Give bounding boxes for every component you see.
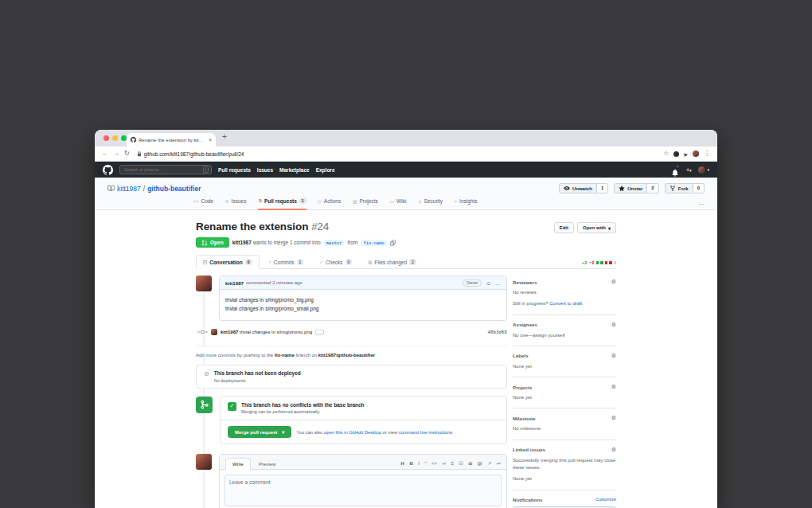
tab-issues[interactable]: ⊙Issues (225, 198, 246, 210)
comment-textarea[interactable] (224, 475, 502, 506)
italic-icon[interactable]: I (418, 461, 420, 466)
unstar-button[interactable]: Unstar (614, 183, 647, 193)
unwatch-button[interactable]: Unwatch (559, 183, 597, 193)
gear-icon[interactable]: ⚙ (611, 384, 616, 390)
base-branch-label[interactable]: master (324, 240, 345, 246)
nav-pull-requests[interactable]: Pull requests (218, 167, 251, 173)
repo-owner-link[interactable]: kitt1987 (117, 185, 141, 193)
labels-label[interactable]: Labels (513, 353, 529, 358)
browser-tab[interactable]: Rename the extension by kit… × (127, 133, 216, 147)
repo-name-link[interactable]: github-beautifier (147, 185, 201, 193)
command-line-link[interactable]: command line instructions (399, 430, 452, 435)
watch-count[interactable]: 1 (597, 183, 608, 193)
extension-icon[interactable]: ▶ (684, 151, 688, 157)
tab-security[interactable]: ◇Security (418, 198, 443, 210)
reply-icon[interactable]: ↩ (497, 461, 501, 466)
tab-checks[interactable]: ✓Checks0 (313, 256, 358, 268)
mention-icon[interactable]: @ (478, 461, 482, 466)
tab-actions[interactable]: ▷Actions (318, 198, 342, 210)
diff-block (614, 261, 617, 264)
milestone-label[interactable]: Milestone (513, 416, 536, 421)
back-icon[interactable]: ← (102, 150, 108, 157)
open-with-button[interactable]: Open with▾ (577, 222, 616, 233)
tab-projects[interactable]: ▤Projects (353, 198, 378, 210)
cross-reference-icon[interactable]: ↗ (487, 461, 491, 466)
bookmark-star-icon[interactable]: ☆ (663, 150, 669, 157)
tab-files-changed[interactable]: ▥Files changed2 (361, 256, 422, 268)
new-tab-button[interactable]: + (222, 132, 227, 141)
copy-icon[interactable] (390, 240, 396, 246)
assign-yourself-link[interactable]: assign yourself (533, 333, 564, 338)
push-repo: kitt1987/github-beautifier (318, 353, 375, 358)
gear-icon[interactable]: ⚙ (611, 322, 616, 328)
heading-icon[interactable]: H (401, 461, 404, 466)
projects-label[interactable]: Projects (513, 385, 532, 390)
fork-button[interactable]: Fork (665, 183, 693, 193)
browser-menu-icon[interactable]: ⋮ (704, 150, 710, 157)
commit-message[interactable]: trivial changes in s/img/promo.png (240, 330, 312, 334)
tab-write[interactable]: Write (225, 458, 251, 470)
pr-author[interactable]: kitt1987 (232, 240, 252, 245)
list-unordered-icon[interactable]: ≡ (451, 461, 454, 466)
close-window-button[interactable] (103, 135, 109, 141)
create-new-button[interactable]: +▾ (686, 167, 692, 173)
tab-pull-requests[interactable]: ⇅Pull requests1 (258, 197, 306, 210)
repo-tabs-overflow-icon[interactable]: … (698, 201, 705, 209)
repo-book-icon (107, 185, 115, 192)
image-icon[interactable]: ⊞ (468, 461, 472, 466)
tab-conversation[interactable]: ◰Conversation0 (196, 255, 260, 269)
commit-author-avatar[interactable] (211, 329, 217, 335)
tab-wiki[interactable]: ▭Wiki (390, 198, 406, 210)
fork-count[interactable]: 0 (693, 183, 705, 193)
browser-profile-avatar[interactable] (693, 150, 699, 157)
quote-icon[interactable]: " (424, 461, 426, 466)
star-count[interactable]: 2 (647, 183, 658, 193)
comment-options-icon[interactable]: … (495, 280, 501, 286)
notifications-bell-icon[interactable] (671, 166, 679, 174)
emoji-reaction-icon[interactable]: ☺ (486, 280, 491, 286)
link-icon[interactable]: ∞ (443, 461, 446, 466)
url-field[interactable]: github.com/kitt1987/github-beautifier/pu… (137, 151, 659, 157)
close-tab-icon[interactable]: × (209, 137, 212, 143)
user-menu[interactable]: ▾ (698, 166, 709, 174)
code-icon[interactable]: <> (431, 461, 437, 466)
github-desktop-link[interactable]: open this in GitHub Desktop (324, 430, 381, 435)
tasklist-icon[interactable]: ☑ (459, 461, 463, 466)
minimize-window-button[interactable] (112, 135, 118, 141)
tab-commits[interactable]: ○Commits1 (263, 256, 310, 268)
deploy-subtitle: No deployments (214, 378, 301, 383)
gear-icon[interactable]: ⚙ (611, 279, 616, 285)
linked-issues-label[interactable]: Linked issues (513, 447, 545, 452)
projects-section: Projects⚙ None yet (513, 377, 616, 408)
forward-icon[interactable]: → (113, 150, 119, 157)
assignees-label[interactable]: Assignees (513, 322, 537, 327)
avatar[interactable] (196, 275, 212, 291)
gear-icon[interactable]: ⚙ (611, 447, 616, 453)
customize-link[interactable]: Customize (595, 497, 616, 502)
merge-pull-request-button[interactable]: Merge pull request▾ (228, 426, 291, 438)
commit-ellipsis[interactable]: … (315, 330, 324, 335)
reviewers-label[interactable]: Reviewers (513, 279, 537, 285)
convert-to-draft-link[interactable]: Convert to draft (549, 301, 582, 306)
reload-icon[interactable]: ↻ (124, 150, 130, 157)
head-branch-label[interactable]: fix-name (361, 240, 387, 246)
github-search-box[interactable]: / (119, 165, 212, 174)
nav-marketplace[interactable]: Marketplace (279, 167, 310, 173)
bold-icon[interactable]: B (409, 461, 412, 466)
commit-hash[interactable]: 48b3d65 (488, 330, 507, 334)
zoom-window-button[interactable] (121, 135, 127, 141)
extension-icon[interactable] (673, 151, 679, 157)
nav-issues[interactable]: Issues (257, 167, 273, 173)
tab-insights[interactable]: ≈Insights (455, 198, 477, 210)
commit-author[interactable]: kitt1987 (221, 330, 238, 334)
gear-icon[interactable]: ⚙ (611, 415, 616, 421)
gear-icon[interactable]: ⚙ (611, 353, 616, 359)
tab-preview[interactable]: Preview (252, 459, 282, 469)
edit-button[interactable]: Edit (554, 222, 574, 233)
search-input[interactable] (123, 166, 203, 173)
nav-explore[interactable]: Explore (316, 167, 335, 173)
github-logo-icon[interactable] (103, 165, 113, 175)
tab-code[interactable]: <>Code (193, 198, 213, 210)
linked-issues-section: Linked issues⚙ Successfully merging this… (513, 440, 616, 490)
comment-author[interactable]: kitt1987 (225, 280, 244, 286)
